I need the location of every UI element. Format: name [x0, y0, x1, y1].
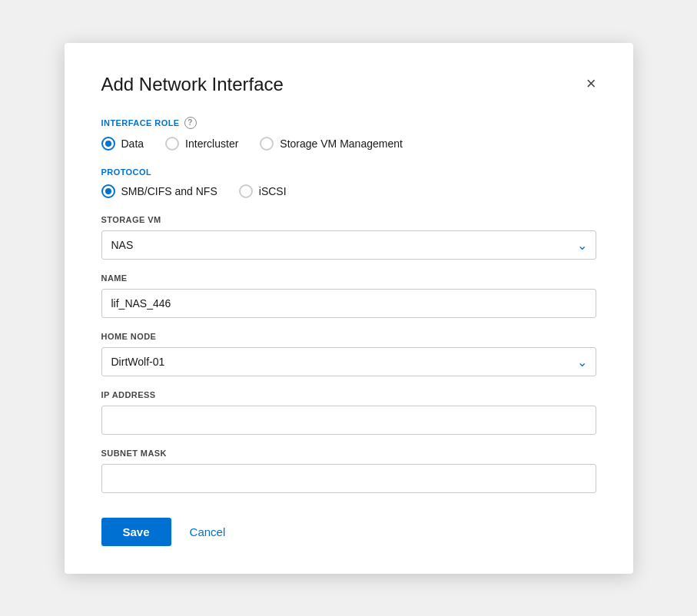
radio-item-storage-vm-mgmt[interactable]: Storage VM Management	[260, 137, 403, 151]
radio-data-circle	[101, 137, 115, 151]
radio-item-data[interactable]: Data	[101, 137, 144, 151]
ip-address-label: IP ADDRESS	[101, 390, 596, 399]
name-label: NAME	[101, 273, 596, 283]
home-node-select[interactable]: DirtWolf-01	[101, 347, 596, 376]
storage-vm-select[interactable]: NAS	[101, 230, 596, 260]
home-node-label: HOME NODE	[101, 332, 596, 341]
cancel-button[interactable]: Cancel	[190, 518, 226, 546]
radio-storage-vm-mgmt-circle	[260, 137, 274, 151]
storage-vm-label: STORAGE VM	[101, 215, 596, 224]
dialog-header: Add Network Interface ×	[101, 74, 596, 95]
save-button[interactable]: Save	[101, 518, 171, 546]
protocol-section: PROTOCOL SMB/CIFS and NFS iSCSI	[101, 167, 596, 198]
name-row: NAME	[101, 273, 596, 318]
dialog-title: Add Network Interface	[101, 74, 284, 95]
interface-role-label: INTERFACE ROLE ?	[101, 117, 596, 129]
name-input[interactable]	[101, 289, 596, 318]
interface-role-section: INTERFACE ROLE ? Data Intercluster Stora…	[101, 117, 596, 151]
close-button[interactable]: ×	[586, 75, 596, 92]
home-node-row: HOME NODE DirtWolf-01 ⌄	[101, 332, 596, 376]
home-node-select-wrapper: DirtWolf-01 ⌄	[101, 347, 596, 376]
radio-intercluster-circle	[165, 137, 179, 151]
ip-address-row: IP ADDRESS	[101, 390, 596, 435]
radio-iscsi-circle	[239, 184, 253, 198]
protocol-radio-group: SMB/CIFS and NFS iSCSI	[101, 184, 596, 198]
protocol-label: PROTOCOL	[101, 167, 596, 177]
radio-item-iscsi[interactable]: iSCSI	[239, 184, 287, 198]
radio-item-smb-nfs[interactable]: SMB/CIFS and NFS	[101, 184, 217, 198]
subnet-mask-label: SUBNET MASK	[101, 449, 596, 458]
storage-vm-select-wrapper: NAS ⌄	[101, 230, 596, 260]
storage-vm-row: STORAGE VM NAS ⌄	[101, 215, 596, 260]
interface-role-help-icon[interactable]: ?	[184, 117, 197, 129]
interface-role-radio-group: Data Intercluster Storage VM Management	[101, 137, 596, 151]
radio-smb-nfs-circle	[101, 184, 115, 198]
dialog-footer: Save Cancel	[101, 518, 596, 546]
ip-address-input[interactable]	[101, 406, 596, 435]
subnet-mask-row: SUBNET MASK	[101, 449, 596, 493]
add-network-interface-dialog: Add Network Interface × INTERFACE ROLE ?…	[65, 43, 633, 574]
subnet-mask-input[interactable]	[101, 464, 596, 493]
radio-item-intercluster[interactable]: Intercluster	[165, 137, 238, 151]
